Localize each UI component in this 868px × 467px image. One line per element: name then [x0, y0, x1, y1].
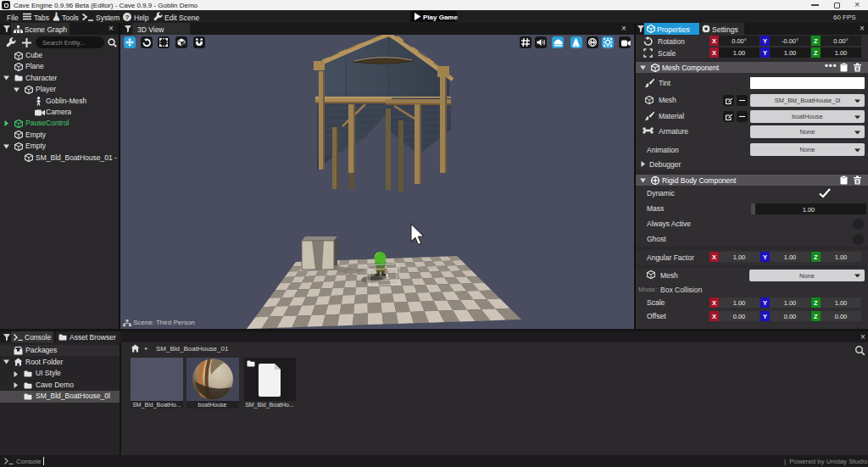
svg-text:?: ?	[125, 14, 130, 21]
